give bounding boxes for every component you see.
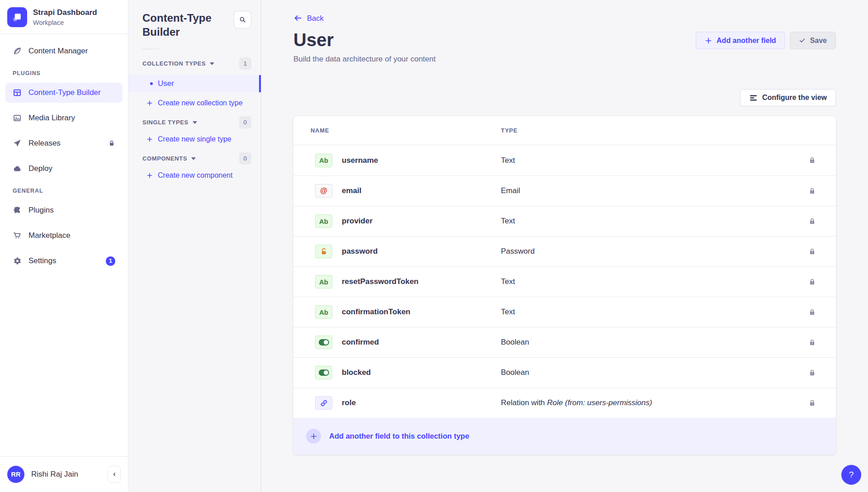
plus-circle-icon — [306, 429, 321, 444]
text-field-icon: Ab — [315, 214, 332, 228]
table-row: Ab confirmationToken Text — [293, 297, 836, 327]
sidebar-item-label: Deploy — [28, 164, 52, 173]
shopping-cart-icon — [13, 231, 22, 240]
field-type: Boolean — [501, 338, 808, 347]
lock-icon — [808, 248, 816, 255]
section-title: COLLECTION TYPES — [142, 60, 206, 67]
workspace-switcher[interactable]: Strapi Dashboard Workplace — [0, 0, 128, 33]
add-another-field-button[interactable]: Add another field — [696, 32, 785, 49]
bullet-icon — [150, 82, 153, 85]
user-name: Rishi Raj Jain — [31, 470, 78, 479]
add-field-footer-button[interactable]: Add another field to this collection typ… — [293, 418, 836, 454]
main-content: Back User Add another field Save Build t… — [261, 0, 868, 492]
components-count: 0 — [239, 152, 251, 165]
layout-grid-icon — [13, 88, 22, 97]
single-types-count: 0 — [239, 116, 251, 128]
help-label: ? — [849, 470, 854, 480]
sidebar-item-label: Marketplace — [28, 231, 71, 240]
plus-icon — [146, 172, 153, 179]
divider — [142, 49, 159, 49]
section-title: COMPONENTS — [142, 155, 187, 162]
table-row: password Password — [293, 236, 836, 266]
field-name: password — [342, 247, 501, 256]
sidebar-item-label: Releases — [28, 139, 61, 148]
lock-icon — [808, 218, 816, 225]
table-row: blocked Boolean — [293, 357, 836, 388]
page-subtitle: Build the data architecture of your cont… — [293, 55, 836, 64]
check-icon — [799, 37, 806, 44]
avatar[interactable]: RR — [7, 466, 24, 483]
field-type: Email — [501, 186, 808, 195]
search-button[interactable] — [234, 11, 251, 28]
field-name: confirmationToken — [342, 308, 501, 317]
sidebar-item-marketplace[interactable]: Marketplace — [5, 226, 123, 246]
sidebar-item-content-manager[interactable]: Content Manager — [5, 41, 123, 61]
lock-icon — [808, 308, 816, 316]
sidebar-item-label: Content-Type Builder — [28, 88, 101, 97]
notification-badge: 1 — [106, 256, 115, 266]
search-icon — [239, 16, 246, 24]
collection-types-section-toggle[interactable]: COLLECTION TYPES 1 — [142, 57, 251, 70]
arrow-left-icon — [293, 14, 302, 23]
collection-type-item-user[interactable]: User — [128, 75, 261, 92]
table-row: @ email Email — [293, 175, 836, 206]
field-name: confirmed — [342, 338, 501, 347]
lock-icon — [808, 278, 816, 286]
sidebar-item-content-type-builder[interactable]: Content-Type Builder — [5, 83, 123, 103]
table-row: Ab provider Text — [293, 206, 836, 236]
sidebar-item-releases[interactable]: Releases — [5, 133, 123, 153]
sidebar-item-plugins[interactable]: Plugins — [5, 200, 123, 220]
gear-icon — [13, 256, 22, 265]
field-name: provider — [342, 217, 501, 226]
section-title: SINGLE TYPES — [142, 119, 189, 126]
plus-icon — [146, 100, 153, 106]
save-button[interactable]: Save — [790, 32, 836, 49]
collapse-sidebar-button[interactable] — [108, 466, 121, 483]
field-table-body: Ab username Text @ email Email Ab provid… — [293, 145, 836, 418]
field-name: username — [342, 156, 501, 165]
paper-plane-icon — [13, 139, 22, 148]
sidebar-section-general: GENERAL — [5, 188, 123, 194]
plus-icon — [146, 136, 153, 142]
field-type: Password — [501, 247, 808, 256]
picture-icon — [13, 114, 22, 123]
table-row: Ab username Text — [293, 145, 836, 175]
single-types-section-toggle[interactable]: SINGLE TYPES 0 — [142, 116, 251, 128]
caret-down-icon — [191, 157, 196, 160]
create-collection-type-link[interactable]: Create new collection type — [146, 99, 251, 107]
sidebar-item-deploy[interactable]: Deploy — [5, 159, 123, 179]
table-row: role Relation with Role (from: users-per… — [293, 388, 836, 418]
app-title: Strapi Dashboard — [33, 8, 97, 17]
configure-view-button[interactable]: Configure the view — [740, 89, 836, 106]
column-header-name: NAME — [311, 127, 501, 134]
chevron-left-icon — [112, 472, 117, 477]
create-single-type-link[interactable]: Create new single type — [146, 135, 251, 143]
table-row: confirmed Boolean — [293, 327, 836, 357]
back-link[interactable]: Back — [293, 14, 324, 23]
field-name: resetPasswordToken — [342, 277, 501, 286]
collection-type-label: User — [158, 79, 174, 88]
collection-types-count: 1 — [239, 57, 251, 70]
help-button[interactable]: ? — [841, 465, 861, 485]
password-field-icon — [315, 245, 332, 258]
create-component-link[interactable]: Create new component — [146, 171, 251, 180]
lock-icon — [808, 369, 816, 377]
column-header-type: TYPE — [501, 127, 518, 134]
workspace-name: Workplace — [33, 19, 97, 26]
caret-down-icon — [210, 62, 214, 65]
caret-down-icon — [193, 121, 197, 124]
sidebar-item-settings[interactable]: Settings 1 — [5, 251, 123, 271]
lock-icon — [808, 156, 816, 164]
lock-icon — [808, 187, 816, 195]
field-name: email — [342, 186, 501, 195]
boolean-field-icon — [315, 336, 332, 349]
sidebar-item-media-library[interactable]: Media Library — [5, 108, 123, 128]
fields-table: NAME TYPE Ab username Text @ email Email — [293, 116, 836, 454]
plus-icon — [705, 37, 712, 44]
text-field-icon: Ab — [315, 275, 332, 289]
field-type: Text — [501, 217, 808, 226]
field-type: Text — [501, 308, 808, 317]
list-settings-icon — [749, 94, 758, 102]
components-section-toggle[interactable]: COMPONENTS 0 — [142, 152, 251, 165]
boolean-field-icon — [315, 366, 332, 379]
